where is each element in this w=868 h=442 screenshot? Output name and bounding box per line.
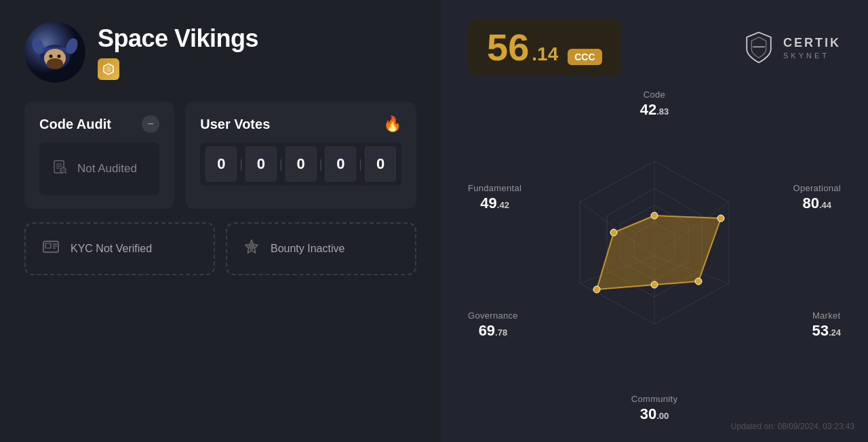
svg-point-33 xyxy=(651,212,658,219)
project-title: Space Vikings xyxy=(98,24,258,53)
collapse-button[interactable]: − xyxy=(142,115,159,133)
radar-svg xyxy=(546,148,763,365)
radar-chart: Code 42.83 Operational 80.44 Market 53.2… xyxy=(468,89,841,423)
svg-point-36 xyxy=(651,281,658,288)
svg-point-8 xyxy=(47,58,63,69)
score-decimal: .14 xyxy=(532,43,558,65)
svg-point-35 xyxy=(695,278,702,285)
svg-point-38 xyxy=(610,229,617,236)
score-header: 56 .14 CCC CERTIK SKYNET xyxy=(468,19,841,76)
project-badge-icon xyxy=(98,58,119,80)
metric-operational: Operational 80.44 xyxy=(793,183,841,212)
project-info: Space Vikings xyxy=(98,24,258,80)
bounty-label: Bounty Inactive xyxy=(271,243,344,255)
fire-icon: 🔥 xyxy=(383,115,401,133)
left-panel: Space Vikings Code Audit − xyxy=(0,0,441,442)
score-main: 56 xyxy=(487,28,529,66)
certik-logo: CERTIK SKYNET xyxy=(743,31,841,64)
certik-product: SKYNET xyxy=(783,52,841,60)
vote-digit-1: 0 xyxy=(205,146,237,182)
vote-digit-2: 0 xyxy=(245,146,277,182)
metric-code: Code 42.83 xyxy=(640,89,669,119)
code-audit-title: Code Audit xyxy=(39,117,111,132)
audit-icon xyxy=(52,159,68,179)
svg-line-14 xyxy=(65,172,66,174)
metric-market: Market 53.24 xyxy=(812,310,841,340)
cards-row-2: KYC Not Verified Bounty Inactive xyxy=(24,222,416,275)
bounty-icon xyxy=(243,239,260,259)
svg-point-13 xyxy=(60,167,66,173)
certik-brand: CERTIK xyxy=(783,36,841,50)
cards-row-1: Code Audit − Not Audited xyxy=(24,102,416,209)
kyc-label: KYC Not Verified xyxy=(71,243,152,255)
code-audit-card: Code Audit − Not Audited xyxy=(24,102,174,209)
right-panel: 56 .14 CCC CERTIK SKYNET Code 42.83 xyxy=(441,0,868,442)
certik-shield-icon xyxy=(743,31,775,64)
svg-point-7 xyxy=(58,55,61,58)
metric-community: Community 30.00 xyxy=(631,394,677,423)
svg-point-6 xyxy=(50,55,53,58)
svg-point-34 xyxy=(717,215,724,222)
score-box: 56 .14 CCC xyxy=(468,19,621,76)
not-audited-text: Not Audited xyxy=(77,162,137,176)
project-header: Space Vikings xyxy=(24,22,416,83)
score-grade: CCC xyxy=(568,49,601,65)
vote-digit-5: 0 xyxy=(365,146,396,182)
bounty-card: Bounty Inactive xyxy=(226,222,416,275)
votes-display: 0 | 0 | 0 | 0 | 0 xyxy=(200,142,401,186)
metric-fundamental: Fundamental 49.42 xyxy=(468,183,521,212)
svg-rect-16 xyxy=(45,243,51,248)
svg-point-37 xyxy=(593,286,600,293)
user-votes-title: User Votes xyxy=(200,117,270,132)
kyc-card: KYC Not Verified xyxy=(24,222,215,275)
kyc-icon xyxy=(42,239,60,258)
vote-digit-4: 0 xyxy=(325,146,356,182)
updated-timestamp: Updated on: 08/09/2024, 03:23:43 xyxy=(731,422,854,431)
certik-text: CERTIK SKYNET xyxy=(783,36,841,60)
vote-digit-3: 0 xyxy=(285,146,317,182)
metric-governance: Governance 69.78 xyxy=(468,310,518,340)
not-audited-box: Not Audited xyxy=(39,142,159,195)
project-avatar xyxy=(24,22,85,83)
user-votes-card: User Votes 🔥 0 | 0 | 0 | 0 | 0 xyxy=(185,102,416,209)
code-audit-header: Code Audit − xyxy=(39,115,159,133)
svg-marker-32 xyxy=(597,216,721,289)
user-votes-header: User Votes 🔥 xyxy=(200,115,401,133)
